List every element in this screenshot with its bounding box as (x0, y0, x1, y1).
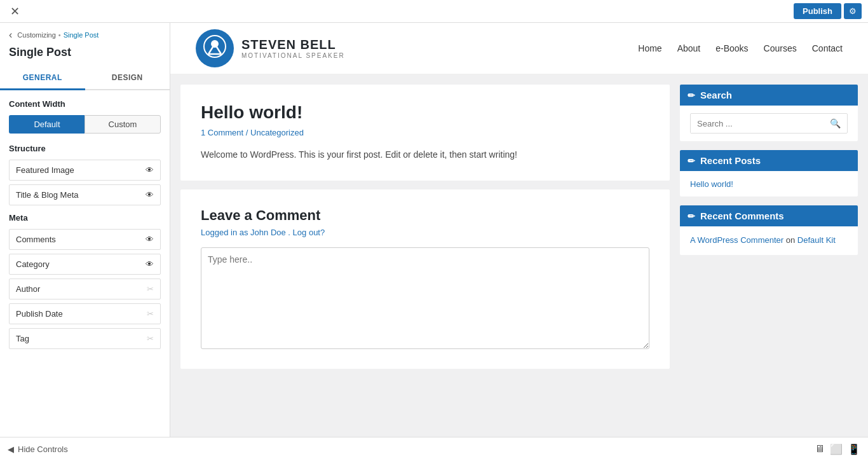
recent-post-item[interactable]: Hello world! (690, 179, 733, 189)
struct-title-blog-meta: Title & Blog Meta 👁 (9, 184, 161, 205)
struct-title-blog-meta-label: Title & Blog Meta (16, 190, 79, 200)
meta-category: Category 👁 (9, 254, 161, 275)
tag-visibility-toggle[interactable]: ✂ (147, 334, 154, 343)
comment-title: Leave a Comment (201, 207, 649, 224)
post-title: Hello world! (201, 102, 649, 123)
close-button[interactable]: ✕ (6, 3, 24, 20)
post-main: Hello world! 1 Comment / Uncategorized W… (180, 85, 670, 427)
author-visibility-toggle[interactable]: ✂ (147, 284, 154, 294)
meta-author: Author ✂ (9, 279, 161, 299)
preview-area: STEVEN BELL MOTIVATIONAL SPEAKER Home Ab… (170, 23, 868, 437)
recent-comments-widget-header: ✏ Recent Comments (680, 205, 858, 226)
site-tagline: MOTIVATIONAL SPEAKER (241, 52, 345, 59)
recent-comments-title: Recent Comments (700, 210, 784, 221)
desktop-icon[interactable]: 🖥 (815, 443, 825, 455)
hide-controls-label: Hide Controls (18, 444, 68, 454)
struct-featured-image-label: Featured Image (16, 165, 74, 175)
tab-design[interactable]: DESIGN (85, 67, 170, 90)
sidebar-widgets: ✏ Search 🔍 ✏ Recent Posts (680, 85, 858, 427)
sidebar-header: ‹ Customizing • Single Post Single Post (0, 23, 170, 67)
post-meta: 1 Comment / Uncategorized (201, 128, 649, 137)
comment-author-link[interactable]: A WordPress Commenter (690, 235, 783, 245)
recent-posts-widget: ✏ Recent Posts Hello world! (680, 150, 858, 196)
meta-label: Meta (9, 213, 161, 223)
recent-comments-edit-icon[interactable]: ✏ (688, 211, 695, 221)
recent-comments-widget: ✏ Recent Comments A WordPress Commenter … (680, 205, 858, 255)
logged-user[interactable]: John Doe (250, 228, 286, 237)
meta-publish-date-label: Publish Date (16, 309, 63, 319)
meta-author-label: Author (16, 284, 40, 294)
nav-about[interactable]: About (677, 43, 701, 53)
comments-visibility-toggle[interactable]: 👁 (146, 235, 154, 244)
category-visibility-toggle[interactable]: 👁 (146, 259, 154, 269)
logout-link[interactable]: Log out? (293, 228, 325, 237)
breadcrumb-current[interactable]: Single Post (64, 31, 99, 39)
content-width-default[interactable]: Default (9, 115, 85, 134)
mobile-icon[interactable]: 📱 (848, 443, 860, 455)
recent-posts-widget-body: Hello world! (680, 171, 858, 196)
meta-category-label: Category (16, 259, 50, 269)
search-widget: ✏ Search 🔍 (680, 85, 858, 141)
tablet-icon[interactable]: ⬜ (830, 443, 843, 455)
comment-post-link[interactable]: Default Kit (797, 235, 836, 245)
post-comments-link[interactable]: 1 Comment (201, 128, 243, 137)
search-edit-icon[interactable]: ✏ (688, 90, 695, 100)
search-widget-title: Search (700, 90, 732, 100)
meta-tag: Tag ✂ (9, 328, 161, 349)
site-name-area: STEVEN BELL MOTIVATIONAL SPEAKER (241, 38, 345, 59)
title-blog-meta-visibility-toggle[interactable]: 👁 (146, 190, 154, 200)
meta-comments: Comments 👁 (9, 229, 161, 250)
struct-featured-image: Featured Image 👁 (9, 160, 161, 181)
post-content: Welcome to WordPress. This is your first… (201, 148, 649, 163)
meta-comments-label: Comments (16, 235, 56, 244)
search-widget-body: 🔍 (680, 106, 858, 141)
bottom-bar: ◀ Hide Controls 🖥 ⬜ 📱 (0, 437, 868, 461)
recent-posts-widget-header: ✏ Recent Posts (680, 150, 858, 171)
logo-circle (196, 29, 234, 67)
main-layout: ‹ Customizing • Single Post Single Post … (0, 23, 868, 437)
structure-label: Structure (9, 144, 161, 153)
hide-controls-icon: ◀ (8, 444, 14, 454)
nav-courses[interactable]: Courses (764, 43, 797, 53)
sidebar-tabs: GENERAL DESIGN (0, 67, 170, 90)
breadcrumb: ‹ Customizing • Single Post (9, 29, 161, 41)
site-nav: Home About e-Books Courses Contact (638, 43, 843, 53)
nav-contact[interactable]: Contact (812, 43, 843, 53)
logo-area: STEVEN BELL MOTIVATIONAL SPEAKER (196, 29, 345, 67)
search-widget-header: ✏ Search (680, 85, 858, 106)
customizer-sidebar: ‹ Customizing • Single Post Single Post … (0, 23, 170, 437)
comment-textarea[interactable] (201, 247, 649, 349)
logged-prefix: Logged in as (201, 228, 248, 237)
search-input[interactable] (691, 114, 824, 133)
search-box: 🔍 (690, 113, 848, 134)
publish-button[interactable]: Publish (794, 3, 841, 19)
nav-ebooks[interactable]: e-Books (715, 43, 748, 53)
meta-tag-label: Tag (16, 334, 29, 343)
content-width-label: Content Width (9, 99, 161, 109)
content-width-custom[interactable]: Custom (85, 115, 161, 134)
recent-comments-widget-body: A WordPress Commenter on Default Kit (680, 226, 858, 255)
post-card: Hello world! 1 Comment / Uncategorized W… (180, 85, 670, 181)
nav-home[interactable]: Home (638, 43, 661, 53)
hide-controls-area[interactable]: ◀ Hide Controls (8, 444, 68, 454)
comment-card: Leave a Comment Logged in as John Doe . … (180, 189, 670, 369)
site-name: STEVEN BELL (241, 38, 345, 52)
back-arrow[interactable]: ‹ (9, 29, 12, 41)
featured-image-visibility-toggle[interactable]: 👁 (146, 165, 154, 175)
publish-settings-button[interactable]: ⚙ (844, 3, 862, 19)
post-category-link[interactable]: Uncategorized (250, 128, 304, 137)
recent-comment-item: A WordPress Commenter on Default Kit (690, 234, 848, 247)
sidebar-content: Content Width Default Custom Structure F… (0, 90, 170, 437)
tab-general[interactable]: GENERAL (0, 67, 85, 90)
search-submit-button[interactable]: 🔍 (824, 114, 847, 133)
device-icons: 🖥 ⬜ 📱 (815, 443, 860, 455)
publish-date-visibility-toggle[interactable]: ✂ (147, 309, 154, 319)
recent-posts-edit-icon[interactable]: ✏ (688, 156, 695, 166)
breadcrumb-root: Customizing (17, 31, 56, 39)
top-bar: ✕ Publish ⚙ (0, 0, 868, 23)
logo-icon (203, 35, 226, 62)
recent-posts-title: Recent Posts (700, 155, 761, 166)
content-width-toggle: Default Custom (9, 115, 161, 134)
content-wrapper: Hello world! 1 Comment / Uncategorized W… (170, 74, 868, 437)
site-header: STEVEN BELL MOTIVATIONAL SPEAKER Home Ab… (170, 23, 868, 74)
